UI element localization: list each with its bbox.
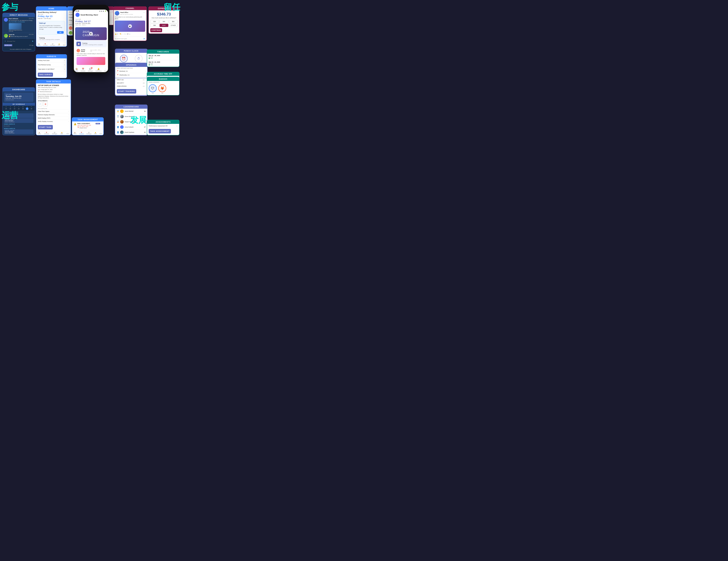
training-first-aid[interactable]: FIRST AID 0/1 › (115, 78, 147, 81)
shift-chevron-1-icon[interactable]: › (112, 17, 112, 19)
task-nav-more[interactable]: ···More (67, 132, 69, 134)
training-first-aid-count: 0/1 (143, 79, 145, 81)
opening-montreal[interactable]: 📍 Montreal, CA › (115, 69, 147, 73)
timecard-item-1[interactable]: Mar 22 - 28, 2020 8h 12m Valid › (147, 54, 179, 60)
taskmanage-nav-schedule[interactable]: 📅Schedule (79, 132, 84, 134)
task-attach-img[interactable]: 🖼 (43, 102, 48, 106)
lb-avatar-1 (120, 109, 124, 113)
start-task-button[interactable]: START TASK (38, 125, 53, 129)
lb-avatar-5 (120, 130, 124, 134)
badges-challenges-label: CHALLENGES: (147, 81, 179, 83)
expresspay-continue-button[interactable]: CONTINUE (150, 28, 162, 32)
task-step-1[interactable]: Clear Floor Space › (36, 110, 71, 113)
task-step-3[interactable]: Build Display (PDF) › (36, 116, 71, 120)
sched-day-letter-f: F (31, 106, 32, 107)
dm-avatar-paul (4, 18, 8, 22)
timecard-item-2[interactable]: Mar 15 - 21, 2020 8h 12m Valid › (147, 60, 179, 67)
phone-nav-notifications[interactable]: 🔔 Notifications (96, 68, 102, 71)
survey-label-1: Hockey Pool 2020 (38, 60, 49, 61)
dm-time-2: 10:21 AM (29, 34, 34, 35)
channel-likes[interactable]: 👍 37 (115, 33, 118, 35)
survey-chevron-2-icon: ∨ (64, 64, 65, 66)
take-assessment-button[interactable]: TAKE ASSESSMENT (149, 129, 171, 133)
dm-add-icon[interactable]: + (4, 39, 6, 43)
taskmanage-nav-more[interactable]: ···More (100, 132, 102, 134)
home-training-card: Training You have 2 trainings left to co… (38, 36, 65, 41)
task-nav-notifications[interactable]: 🔔Notif. (61, 132, 63, 134)
phone-nav-more[interactable]: ··· More (104, 68, 107, 71)
taskmanage-nav-notifications[interactable]: 🔔Notif. (94, 132, 97, 134)
task-step-4[interactable]: Verify Display Accuracy › (36, 120, 71, 123)
expresspay-option-100[interactable]: $100 (160, 24, 168, 27)
channel-options-icon[interactable]: ··· (143, 11, 145, 14)
dm-link-1[interactable]: http://www.fedex.com/fedextrack (9, 21, 34, 22)
survey-item-2[interactable]: Post-Retreat Survey ∨ (36, 63, 67, 67)
phone-video-card[interactable]: ▶ 2020CAMPAIGN (75, 27, 107, 40)
expresspay-option-20[interactable]: $20 (150, 20, 159, 23)
shift-chevron-2-icon[interactable]: › (112, 22, 112, 23)
dm-send-icon[interactable]: ➤ (32, 40, 34, 42)
channel-shares[interactable]: ↗ 2 (123, 33, 126, 35)
phone-nav-schedule[interactable]: 📅 Schedule (81, 68, 85, 71)
expresspay-label: How much would you like to withdraw? (149, 17, 179, 19)
channel-send-icon[interactable]: ➤ (143, 37, 145, 40)
survey-item-1[interactable]: Hockey Pool 2020 ∨ (36, 58, 67, 63)
ds-shift-time: 8:00 AM - 02:00 PM (6h) (6, 97, 32, 99)
home-panel: HOME Good Morning, Anthony! Next shift F… (36, 6, 67, 47)
home-modal-ok-button[interactable]: OK (57, 31, 64, 34)
sched-day-label-mon: MONDAY, MARCH 30 (4, 128, 34, 129)
phone-chevron-icon[interactable]: › (106, 14, 106, 16)
assessment-item-1[interactable]: Performance Assessment HR ∧ (147, 124, 179, 128)
channel-dislikes[interactable]: 👎 0 (119, 33, 122, 35)
training-onboarding[interactable]: ONBOARDING 1/1 › (115, 85, 147, 88)
phone-nav-messages-label: Messages (88, 70, 93, 71)
channel-input-field[interactable]: So proud of you guys (115, 38, 143, 39)
tc-chevron-1-icon: › (177, 56, 178, 58)
home-nav-more[interactable]: ···More (63, 43, 65, 46)
expresspay-option-60[interactable]: $60 (169, 20, 178, 23)
phone-nav-messages[interactable]: 💬 6 Messages (88, 68, 93, 71)
phone-nav-home[interactable]: 🏠 Home (75, 68, 78, 71)
risk-start-date: Start: Wed, March 30, 2020 (77, 125, 100, 126)
taskmanage-nav-messages[interactable]: 💬Messages (86, 132, 92, 134)
channel-play-icon[interactable]: ▶ (128, 24, 132, 28)
channel-poster-name: Head Office (120, 12, 128, 13)
phone-training-card[interactable]: 📋 Training You have 2 trainings left to … (75, 41, 107, 47)
survey-item-3[interactable]: Yoga space or spin bikes? ∧ (36, 67, 67, 71)
expresspay-option-80[interactable]: $80 (150, 24, 159, 27)
start-training-button[interactable]: START TRAINING (117, 89, 136, 93)
dm-input-field[interactable]: Message Paul (7, 41, 31, 42)
task-attach-pdf[interactable]: 📄 (38, 102, 42, 106)
tc-status-dot-1 (149, 58, 150, 59)
home-nav: 🏠Home 📅Schedule 💬Messages 🔔Notif. ···Mor… (36, 42, 67, 46)
risk-chevron-icon[interactable]: › (101, 123, 102, 125)
phone-msg-sender: Surita Perez (81, 49, 89, 52)
expresspay-option-other[interactable]: OTHER (169, 24, 178, 27)
opening-sherbrooke[interactable]: 📍 Sherbrooke, CA › (115, 73, 147, 77)
take-survey-button[interactable]: TAKE SURVEY (38, 73, 53, 77)
shifts-next-icon[interactable]: › (112, 11, 112, 12)
punch-clock-header: PUNCH CLOCK (115, 49, 147, 53)
task-step-2[interactable]: Retrieve Display Elements › (36, 113, 71, 116)
phone: 11:36 ▲ ▲ ▲ 🔋 Good Morning, Haru! › Next… (73, 5, 109, 74)
task-nav-home[interactable]: 🏠Home (38, 132, 41, 134)
task-nav-messages[interactable]: 💬Messages (52, 132, 57, 134)
assessments-header: ASSESSMENTS (147, 120, 179, 124)
taskmanage-nav-home[interactable]: 🏠Home (73, 132, 76, 134)
home-nav-notifications[interactable]: 🔔Notif. (58, 43, 60, 46)
home-nav-schedule[interactable]: 📅Schedule (43, 43, 48, 46)
home-nav-home[interactable]: 🏠Home (37, 43, 41, 46)
lb-item-1: 🥇 Janet Mitchell 36 (115, 109, 147, 114)
phone-msg-options-icon[interactable]: ··· (104, 50, 105, 52)
home-nav-messages[interactable]: 💬Messages (50, 43, 55, 46)
tc-status-text-1: Valid (150, 58, 153, 59)
training-security-label: SECURITY (117, 82, 124, 84)
training-security[interactable]: SECURITY 2/5 › (115, 81, 147, 85)
phone-header: Good Morning, Haru! › (74, 12, 108, 18)
channel-video[interactable]: ▶ (115, 21, 145, 32)
channel-comments[interactable]: 💬 11 (127, 33, 130, 35)
task-nav-schedule[interactable]: 📅Schedule (44, 132, 49, 134)
dm-avatar-janet (4, 34, 8, 38)
phone-screen: 11:36 ▲ ▲ ▲ 🔋 Good Morning, Haru! › Next… (74, 10, 108, 72)
expresspay-option-40[interactable]: $40 (160, 20, 168, 23)
